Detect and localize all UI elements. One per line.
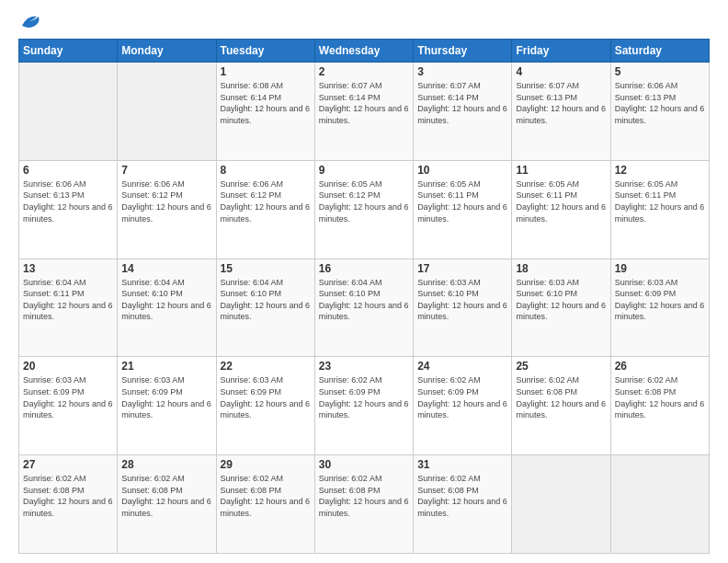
day-number: 10 [417, 164, 507, 177]
day-info: Sunrise: 6:02 AMSunset: 6:08 PMDaylight:… [615, 374, 705, 420]
day-cell: 28Sunrise: 6:02 AMSunset: 6:08 PMDayligh… [118, 455, 216, 554]
day-cell: 11Sunrise: 6:05 AMSunset: 6:11 PMDayligh… [512, 160, 610, 259]
logo-bird-icon [20, 13, 40, 29]
week-row-5: 27Sunrise: 6:02 AMSunset: 6:08 PMDayligh… [19, 455, 710, 554]
day-info: Sunrise: 6:03 AMSunset: 6:10 PMDaylight:… [417, 277, 507, 323]
day-info: Sunrise: 6:02 AMSunset: 6:08 PMDaylight:… [121, 473, 211, 519]
page: SundayMondayTuesdayWednesdayThursdayFrid… [0, 0, 728, 563]
day-info: Sunrise: 6:02 AMSunset: 6:09 PMDaylight:… [319, 374, 409, 420]
weekday-header-monday: Monday [118, 40, 216, 63]
day-number: 3 [417, 65, 507, 78]
weekday-header-tuesday: Tuesday [216, 40, 314, 63]
day-cell: 18Sunrise: 6:03 AMSunset: 6:10 PMDayligh… [512, 259, 610, 357]
day-info: Sunrise: 6:03 AMSunset: 6:09 PMDaylight:… [615, 277, 705, 323]
day-cell: 25Sunrise: 6:02 AMSunset: 6:08 PMDayligh… [512, 357, 610, 455]
day-info: Sunrise: 6:06 AMSunset: 6:13 PMDaylight:… [615, 80, 705, 126]
day-number: 6 [23, 164, 113, 177]
day-number: 28 [121, 458, 211, 471]
day-info: Sunrise: 6:03 AMSunset: 6:09 PMDaylight:… [23, 374, 113, 420]
day-info: Sunrise: 6:02 AMSunset: 6:08 PMDaylight:… [23, 473, 113, 519]
day-cell: 27Sunrise: 6:02 AMSunset: 6:08 PMDayligh… [19, 455, 118, 554]
day-number: 1 [221, 65, 311, 78]
day-number: 16 [319, 262, 409, 275]
day-cell: 12Sunrise: 6:05 AMSunset: 6:11 PMDayligh… [610, 160, 709, 259]
day-info: Sunrise: 6:06 AMSunset: 6:12 PMDaylight:… [221, 178, 311, 224]
day-number: 19 [615, 262, 705, 275]
week-row-1: 1Sunrise: 6:08 AMSunset: 6:14 PMDaylight… [19, 63, 710, 161]
day-number: 30 [319, 458, 409, 471]
day-cell: 26Sunrise: 6:02 AMSunset: 6:08 PMDayligh… [610, 357, 709, 455]
week-row-4: 20Sunrise: 6:03 AMSunset: 6:09 PMDayligh… [19, 357, 710, 455]
day-cell: 21Sunrise: 6:03 AMSunset: 6:09 PMDayligh… [118, 357, 216, 455]
day-cell: 15Sunrise: 6:04 AMSunset: 6:10 PMDayligh… [216, 259, 314, 357]
day-info: Sunrise: 6:07 AMSunset: 6:13 PMDaylight:… [516, 80, 606, 126]
day-number: 7 [121, 164, 211, 177]
day-number: 25 [516, 360, 606, 373]
day-info: Sunrise: 6:04 AMSunset: 6:10 PMDaylight:… [121, 277, 211, 323]
day-info: Sunrise: 6:02 AMSunset: 6:08 PMDaylight:… [221, 473, 311, 519]
weekday-header-thursday: Thursday [414, 40, 512, 63]
day-cell: 2Sunrise: 6:07 AMSunset: 6:14 PMDaylight… [314, 63, 413, 161]
day-cell: 1Sunrise: 6:08 AMSunset: 6:14 PMDaylight… [216, 63, 314, 161]
day-cell: 6Sunrise: 6:06 AMSunset: 6:13 PMDaylight… [19, 160, 118, 259]
day-number: 4 [516, 65, 606, 78]
day-cell: 13Sunrise: 6:04 AMSunset: 6:11 PMDayligh… [19, 259, 118, 357]
day-cell: 22Sunrise: 6:03 AMSunset: 6:09 PMDayligh… [216, 357, 314, 455]
day-cell: 16Sunrise: 6:04 AMSunset: 6:10 PMDayligh… [314, 259, 413, 357]
day-number: 22 [221, 360, 311, 373]
day-cell [118, 63, 216, 161]
day-info: Sunrise: 6:05 AMSunset: 6:11 PMDaylight:… [417, 178, 507, 224]
day-number: 9 [319, 164, 409, 177]
day-number: 11 [516, 164, 606, 177]
day-info: Sunrise: 6:02 AMSunset: 6:09 PMDaylight:… [417, 374, 507, 420]
day-number: 17 [417, 262, 507, 275]
day-number: 31 [417, 458, 507, 471]
weekday-header-friday: Friday [512, 40, 610, 63]
weekday-header-saturday: Saturday [610, 40, 709, 63]
day-info: Sunrise: 6:02 AMSunset: 6:08 PMDaylight:… [516, 374, 606, 420]
day-cell: 5Sunrise: 6:06 AMSunset: 6:13 PMDaylight… [610, 63, 709, 161]
day-cell [610, 455, 709, 554]
logo [18, 15, 40, 29]
day-info: Sunrise: 6:02 AMSunset: 6:08 PMDaylight:… [319, 473, 409, 519]
day-cell: 7Sunrise: 6:06 AMSunset: 6:12 PMDaylight… [118, 160, 216, 259]
weekday-header-row: SundayMondayTuesdayWednesdayThursdayFrid… [19, 40, 710, 63]
day-number: 5 [615, 65, 705, 78]
day-cell: 17Sunrise: 6:03 AMSunset: 6:10 PMDayligh… [414, 259, 512, 357]
day-info: Sunrise: 6:07 AMSunset: 6:14 PMDaylight:… [417, 80, 507, 126]
day-cell: 23Sunrise: 6:02 AMSunset: 6:09 PMDayligh… [314, 357, 413, 455]
day-info: Sunrise: 6:03 AMSunset: 6:09 PMDaylight:… [121, 374, 211, 420]
day-cell: 29Sunrise: 6:02 AMSunset: 6:08 PMDayligh… [216, 455, 314, 554]
day-number: 2 [319, 65, 409, 78]
day-cell: 31Sunrise: 6:02 AMSunset: 6:08 PMDayligh… [414, 455, 512, 554]
day-cell: 8Sunrise: 6:06 AMSunset: 6:12 PMDaylight… [216, 160, 314, 259]
day-number: 26 [615, 360, 705, 373]
day-info: Sunrise: 6:06 AMSunset: 6:13 PMDaylight:… [23, 178, 113, 224]
day-number: 14 [121, 262, 211, 275]
day-info: Sunrise: 6:05 AMSunset: 6:11 PMDaylight:… [615, 178, 705, 224]
day-number: 24 [417, 360, 507, 373]
day-info: Sunrise: 6:06 AMSunset: 6:12 PMDaylight:… [121, 178, 211, 224]
day-number: 12 [615, 164, 705, 177]
day-cell: 20Sunrise: 6:03 AMSunset: 6:09 PMDayligh… [19, 357, 118, 455]
day-cell [19, 63, 118, 161]
day-info: Sunrise: 6:08 AMSunset: 6:14 PMDaylight:… [221, 80, 311, 126]
day-info: Sunrise: 6:04 AMSunset: 6:11 PMDaylight:… [23, 277, 113, 323]
day-cell: 24Sunrise: 6:02 AMSunset: 6:09 PMDayligh… [414, 357, 512, 455]
day-info: Sunrise: 6:04 AMSunset: 6:10 PMDaylight:… [221, 277, 311, 323]
day-cell: 10Sunrise: 6:05 AMSunset: 6:11 PMDayligh… [414, 160, 512, 259]
day-info: Sunrise: 6:04 AMSunset: 6:10 PMDaylight:… [319, 277, 409, 323]
week-row-3: 13Sunrise: 6:04 AMSunset: 6:11 PMDayligh… [19, 259, 710, 357]
day-cell: 9Sunrise: 6:05 AMSunset: 6:12 PMDaylight… [314, 160, 413, 259]
week-row-2: 6Sunrise: 6:06 AMSunset: 6:13 PMDaylight… [19, 160, 710, 259]
day-info: Sunrise: 6:03 AMSunset: 6:09 PMDaylight:… [221, 374, 311, 420]
day-info: Sunrise: 6:02 AMSunset: 6:08 PMDaylight:… [417, 473, 507, 519]
day-number: 13 [23, 262, 113, 275]
day-number: 21 [121, 360, 211, 373]
day-cell: 14Sunrise: 6:04 AMSunset: 6:10 PMDayligh… [118, 259, 216, 357]
day-number: 27 [23, 458, 113, 471]
day-info: Sunrise: 6:07 AMSunset: 6:14 PMDaylight:… [319, 80, 409, 126]
day-cell [512, 455, 610, 554]
day-cell: 4Sunrise: 6:07 AMSunset: 6:13 PMDaylight… [512, 63, 610, 161]
day-info: Sunrise: 6:05 AMSunset: 6:11 PMDaylight:… [516, 178, 606, 224]
